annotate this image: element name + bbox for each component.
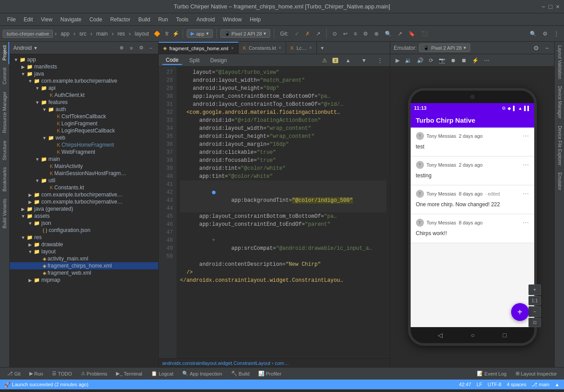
preview-record[interactable]: ⏺ — [449, 56, 458, 64]
breadcrumb-com[interactable]: com… — [275, 360, 289, 366]
toolbar-action-5[interactable]: ⊕ — [372, 29, 381, 38]
sidebar-tab-structure[interactable]: Structure — [0, 137, 9, 164]
menu-file[interactable]: File — [4, 15, 19, 24]
preview-more[interactable]: ⋯ — [482, 56, 491, 64]
editor-tab-lc[interactable]: K Lc… × — [286, 42, 317, 54]
tree-item-util[interactable]: ▼ 📁 util — [10, 177, 158, 184]
bottom-terminal-button[interactable]: ▶_ Terminal — [112, 370, 146, 377]
toolbar-action-1[interactable]: ⊙ — [330, 29, 339, 38]
emulator-settings-button[interactable]: ⚙ — [532, 44, 541, 52]
more-actions-button[interactable]: ⋮ — [552, 29, 561, 38]
tree-item-layout[interactable]: ▼ 📁 layout — [10, 248, 158, 255]
tree-item-csrf[interactable]: ▶ K CsrfTokenCallback — [10, 113, 158, 120]
tab-close-fragment-chirps[interactable]: × — [231, 46, 234, 51]
preview-power[interactable]: ⚡ — [470, 56, 480, 64]
zoom-reset-button[interactable]: 1:1 — [528, 296, 541, 305]
chirp-more-4[interactable]: ⋯ — [523, 219, 529, 226]
tree-item-mainactivity[interactable]: ▶ K MainActivity — [10, 163, 158, 170]
zoom-fit-button[interactable]: ⊡ — [528, 318, 541, 327]
sidebar-tab-project[interactable]: Project — [0, 42, 9, 64]
tree-item-api[interactable]: ▼ 📁 api — [10, 84, 158, 92]
preview-play-button[interactable]: ▶ — [394, 56, 401, 64]
chirp-more-1[interactable]: ⋯ — [523, 132, 529, 140]
tree-item-web[interactable]: ▼ 📁 web — [10, 134, 158, 141]
sidebar-tab-build-variants[interactable]: Build Variants — [0, 195, 9, 232]
git-checkmark[interactable]: ✓ — [292, 29, 301, 38]
right-tab-device-manager[interactable]: Device Manager — [555, 83, 564, 122]
breadcrumb-src[interactable]: src — [77, 29, 88, 38]
tree-item-drawable[interactable]: ▶ 📁 drawable — [10, 241, 158, 248]
menu-navigate[interactable]: Navigate — [57, 15, 85, 24]
tree-item-java-generated[interactable]: ▶ 📁 java (generated) — [10, 205, 158, 212]
tree-item-features[interactable]: ▼ 📁 features — [10, 99, 158, 106]
breadcrumb-layout[interactable]: layout — [132, 29, 151, 38]
phone-home-button[interactable]: ○ — [471, 332, 475, 339]
bottom-run-button[interactable]: ▶ Run — [26, 370, 47, 377]
toolbar-action-4[interactable]: ⚙ — [361, 29, 370, 38]
tree-item-app[interactable]: ▼ 📁 app — [10, 56, 158, 63]
right-tab-device-file-explorer[interactable]: Device File Explorer — [555, 122, 564, 169]
tree-item-main[interactable]: ▼ 📁 main — [10, 156, 158, 163]
toolbar-action-3[interactable]: ≡ — [352, 29, 359, 38]
android-dropdown-icon[interactable]: ▾ — [34, 45, 37, 51]
menu-refactor[interactable]: Refactor — [107, 15, 134, 24]
phone-recents-button[interactable]: □ — [503, 332, 506, 339]
toolbar-action-9[interactable]: ⬛ — [419, 29, 430, 38]
tree-item-authclient[interactable]: ▶ K AuthClient.kt — [10, 92, 158, 99]
tree-item-fragment-web[interactable]: ▶ ◈ fragment_web.xml — [10, 269, 158, 276]
project-selector[interactable]: turbo-chirper-native — [3, 30, 53, 38]
run-up-right-icon[interactable]: ↗ — [314, 29, 323, 38]
toolbar-action-7[interactable]: ↗ — [396, 29, 404, 38]
settings-button[interactable]: ⚙ — [540, 29, 550, 38]
close-button[interactable]: × — [556, 3, 560, 10]
editor-more-button[interactable]: ⋮ — [374, 56, 386, 64]
project-close-button[interactable]: − — [148, 44, 155, 52]
sidebar-tab-bookmarks[interactable]: Bookmarks — [0, 164, 9, 195]
menu-edit[interactable]: Edit — [20, 15, 36, 24]
project-settings-button[interactable]: ⚙ — [137, 44, 146, 52]
chirp-more-2[interactable]: ⋯ — [523, 161, 529, 168]
editor-tabs-more[interactable]: ▾ — [319, 42, 326, 54]
module-selector[interactable]: ▶ app ▾ — [187, 29, 212, 38]
zoom-out-button[interactable]: − — [528, 306, 541, 317]
menu-window[interactable]: Window — [219, 15, 245, 24]
zoom-in-button[interactable]: + — [528, 284, 541, 295]
tree-item-manifests[interactable]: ▶ 📁 manifests — [10, 63, 158, 70]
project-expand-button[interactable]: ⊕ — [117, 44, 126, 52]
breadcrumb-main[interactable]: main — [94, 29, 110, 38]
menu-view[interactable]: View — [37, 15, 56, 24]
editor-tab-fragment-chirps[interactable]: ◈ fragment_chirps_home.xml × — [159, 42, 239, 54]
right-tab-emulator[interactable]: Emulator — [555, 169, 564, 194]
git-x[interactable]: ✗ — [303, 29, 312, 38]
split-view-button[interactable]: Split — [186, 56, 203, 64]
breadcrumb-res[interactable]: res — [115, 29, 127, 38]
sidebar-tab-resource-manager[interactable]: Resource Manager — [0, 88, 9, 137]
emulator-device-selector[interactable]: 📱 Pixel 2 API 28 ▾ — [419, 44, 470, 52]
menu-code[interactable]: Code — [86, 15, 106, 24]
project-collapse-button[interactable]: ≡ — [128, 44, 135, 52]
menu-run[interactable]: Run — [155, 15, 172, 24]
preview-rotate[interactable]: ⟳ — [427, 56, 435, 64]
tree-item-fragment-chirps[interactable]: ▶ ◈ fragment_chirps_home.xml — [10, 262, 158, 269]
toolbar-action-8[interactable]: 🔖 — [406, 29, 417, 38]
tree-item-assets[interactable]: ▼ 📁 assets — [10, 212, 158, 220]
minimize-button[interactable]: − — [541, 3, 545, 10]
menu-tools[interactable]: Tools — [172, 15, 192, 24]
device-selector[interactable]: 📱 Pixel 2 API 28 ▾ — [220, 29, 271, 38]
tree-item-res[interactable]: ▼ 📁 res — [10, 234, 158, 241]
bottom-build-button[interactable]: 🔨 Build — [228, 370, 253, 377]
phone-fab[interactable]: + — [511, 303, 529, 321]
tree-item-mipmap[interactable]: ▶ 📁 mipmap — [10, 276, 158, 284]
tree-item-chirpshome[interactable]: ▶ K ChirpsHomeFragment — [10, 141, 158, 148]
phone-back-button[interactable]: ◁ — [438, 332, 443, 339]
editor-tab-constants[interactable]: K Constants.kt × — [239, 42, 286, 54]
tab-close-lc[interactable]: × — [309, 45, 312, 50]
breadcrumb-constraint-layout[interactable]: androidx.constraintlayout.widget.Constra… — [162, 360, 270, 366]
preview-stop[interactable]: ⏹ — [460, 56, 468, 64]
code-content[interactable]: layout="@layout/turbo_view" android:layo… — [176, 67, 390, 358]
sidebar-tab-commit[interactable]: Commit — [0, 64, 9, 88]
layout-inspector-button[interactable]: ⊞ Layout Inspector — [512, 370, 560, 377]
tree-item-com-example-3[interactable]: ▶ 📁 com.example.turbochirpernative… — [10, 198, 158, 205]
bottom-logcat-button[interactable]: 📋 Logcat — [148, 370, 177, 377]
code-view-button[interactable]: Code — [162, 56, 182, 65]
